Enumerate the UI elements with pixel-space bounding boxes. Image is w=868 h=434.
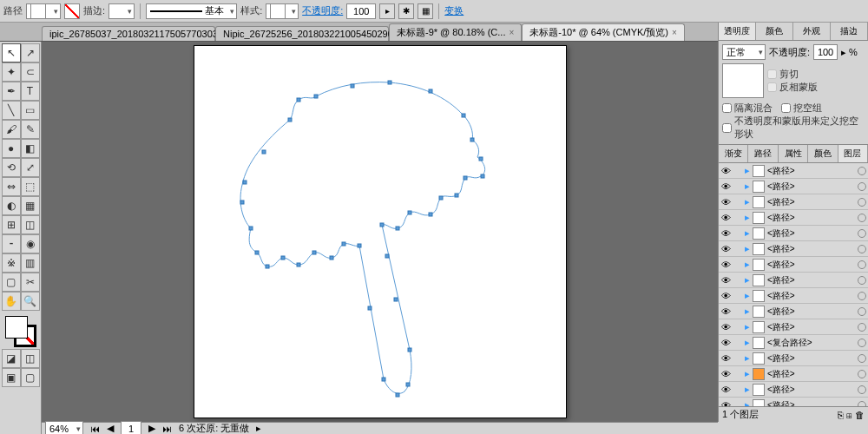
document-tab[interactable]: 未标题-10* @ 64% (CMYK/预览)× xyxy=(522,23,685,41)
layer-row[interactable]: 👁▸<路径> xyxy=(719,288,868,304)
close-icon[interactable]: × xyxy=(509,28,514,37)
nav-last-icon[interactable]: ⏭ xyxy=(162,424,172,434)
artboard-number[interactable] xyxy=(121,421,141,435)
target-icon[interactable] xyxy=(858,307,866,316)
layer-actions[interactable]: ⎘ ⊞ 🗑 xyxy=(838,410,865,420)
layer-row[interactable]: 👁▸<路径> xyxy=(719,398,868,406)
target-icon[interactable] xyxy=(858,339,866,347)
recolor-icon[interactable]: ✱ xyxy=(398,3,414,19)
width-tool[interactable]: ⇔ xyxy=(2,177,21,196)
nav-first-icon[interactable]: ⏮ xyxy=(90,424,100,434)
zoom-tool[interactable]: 🔍 xyxy=(21,292,40,311)
layer-row[interactable]: 👁▸<路径> xyxy=(719,273,868,288)
blob-brush-tool[interactable]: ● xyxy=(2,139,21,158)
isolate-checkbox[interactable]: 隔离混合 xyxy=(722,102,773,115)
visibility-icon[interactable]: 👁 xyxy=(720,260,731,270)
panel-tab-transparency[interactable]: 透明度 xyxy=(719,23,756,40)
status-arrow-icon[interactable]: ▸ xyxy=(256,423,261,434)
layer-row[interactable]: 👁▸<路径> xyxy=(719,179,868,194)
invert-checkbox[interactable]: 反相蒙版 xyxy=(767,81,865,94)
opacity-thumb[interactable] xyxy=(722,63,764,98)
visibility-icon[interactable]: 👁 xyxy=(720,338,731,348)
layer-row[interactable]: 👁▸<路径> xyxy=(719,226,868,241)
document-tab[interactable]: Nipic_26725256_20180322100545029030.ai*× xyxy=(215,26,389,41)
target-icon[interactable] xyxy=(858,385,866,394)
visibility-icon[interactable]: 👁 xyxy=(720,228,731,239)
transform-link[interactable]: 变换 xyxy=(444,4,464,17)
opacity-link[interactable]: 不透明度: xyxy=(302,4,343,17)
magic-wand-tool[interactable]: ✦ xyxy=(2,62,21,82)
vector-path[interactable] xyxy=(194,46,568,419)
target-icon[interactable] xyxy=(858,354,866,363)
paintbrush-tool[interactable]: 🖌 xyxy=(2,120,21,139)
panel-opacity-field[interactable] xyxy=(813,44,838,60)
blend-tool[interactable]: ◉ xyxy=(21,234,40,253)
eyedropper-tool[interactable]: ⁃ xyxy=(2,234,21,253)
symbol-sprayer-tool[interactable]: ※ xyxy=(2,253,21,273)
opmask-checkbox[interactable]: 不透明度和蒙版用来定义挖空形状 xyxy=(722,115,865,141)
line-tool[interactable]: ╲ xyxy=(2,101,21,120)
nav-prev-icon[interactable]: ◀ xyxy=(107,423,114,434)
clip-checkbox[interactable]: 剪切 xyxy=(767,68,865,81)
target-icon[interactable] xyxy=(858,276,866,285)
layer-row[interactable]: 👁▸<复合路径> xyxy=(719,335,868,351)
target-icon[interactable] xyxy=(858,370,866,378)
visibility-icon[interactable]: 👁 xyxy=(720,353,731,364)
fill-box[interactable] xyxy=(5,316,28,339)
stroke-weight[interactable] xyxy=(108,3,135,19)
target-icon[interactable] xyxy=(858,260,866,269)
layer-row[interactable]: 👁▸<路径> xyxy=(719,194,868,210)
layer-row[interactable]: 👁▸<路径> xyxy=(719,257,868,273)
panel-tab[interactable]: 渐变 xyxy=(719,145,748,162)
target-icon[interactable] xyxy=(858,245,866,253)
layer-row[interactable]: 👁▸<路径> xyxy=(719,304,868,319)
lasso-tool[interactable]: ⊂ xyxy=(21,62,40,82)
graph-tool[interactable]: ▥ xyxy=(21,253,40,273)
target-icon[interactable] xyxy=(858,229,866,238)
visibility-icon[interactable]: 👁 xyxy=(720,306,731,317)
visibility-icon[interactable]: 👁 xyxy=(720,400,731,407)
panel-tab[interactable]: 路径 xyxy=(748,145,778,162)
shape-builder-tool[interactable]: ◐ xyxy=(2,196,21,215)
close-icon[interactable]: × xyxy=(672,28,677,37)
selection-tool[interactable]: ↖ xyxy=(2,43,21,62)
align-icon[interactable]: ▦ xyxy=(418,3,433,19)
opacity-field[interactable] xyxy=(346,3,376,19)
rectangle-tool[interactable]: ▭ xyxy=(21,101,40,120)
visibility-icon[interactable]: 👁 xyxy=(720,385,731,395)
artboard[interactable] xyxy=(194,45,567,418)
zoom-combo[interactable]: 64% xyxy=(45,421,83,435)
target-icon[interactable] xyxy=(858,167,866,175)
visibility-icon[interactable]: 👁 xyxy=(720,213,731,223)
stroke-swatch-icon[interactable] xyxy=(64,3,80,19)
layer-row[interactable]: 👁▸<路径> xyxy=(719,366,868,382)
slice-tool[interactable]: ✂ xyxy=(21,273,40,292)
visibility-icon[interactable]: 👁 xyxy=(720,166,731,176)
free-transform-tool[interactable]: ⬚ xyxy=(21,177,40,196)
fill-combo[interactable] xyxy=(26,3,61,19)
visibility-icon[interactable]: 👁 xyxy=(720,322,731,332)
fill-stroke-control[interactable] xyxy=(3,314,38,349)
blend-mode-combo[interactable]: 正常 xyxy=(722,44,766,60)
target-icon[interactable] xyxy=(858,214,866,222)
opacity-arrow-icon[interactable]: ▸ xyxy=(379,3,395,19)
type-tool[interactable]: T xyxy=(21,82,40,101)
document-tab[interactable]: ipic_26785037_20180321175057703037.ai*× xyxy=(42,26,215,41)
panel-tab-color[interactable]: 颜色 xyxy=(756,23,793,40)
visibility-icon[interactable]: 👁 xyxy=(720,275,731,286)
eraser-tool[interactable]: ◧ xyxy=(21,139,40,158)
pencil-tool[interactable]: ✎ xyxy=(21,120,40,139)
layer-row[interactable]: 👁▸<路径> xyxy=(719,382,868,398)
visibility-icon[interactable]: 👁 xyxy=(720,291,731,301)
knockout-checkbox[interactable]: 挖空组 xyxy=(781,102,822,115)
visibility-icon[interactable]: 👁 xyxy=(720,244,731,254)
visibility-icon[interactable]: 👁 xyxy=(720,197,731,207)
panel-tab-layers[interactable]: 图层 xyxy=(838,145,868,162)
artboard-tool[interactable]: ▢ xyxy=(2,273,21,292)
target-icon[interactable] xyxy=(858,198,866,207)
nav-next-icon[interactable]: ▶ xyxy=(148,423,155,434)
pen-tool[interactable]: ✒ xyxy=(2,82,21,101)
target-icon[interactable] xyxy=(858,292,866,300)
screen-mode-icon[interactable]: ▣ xyxy=(2,368,21,387)
target-icon[interactable] xyxy=(858,323,866,332)
